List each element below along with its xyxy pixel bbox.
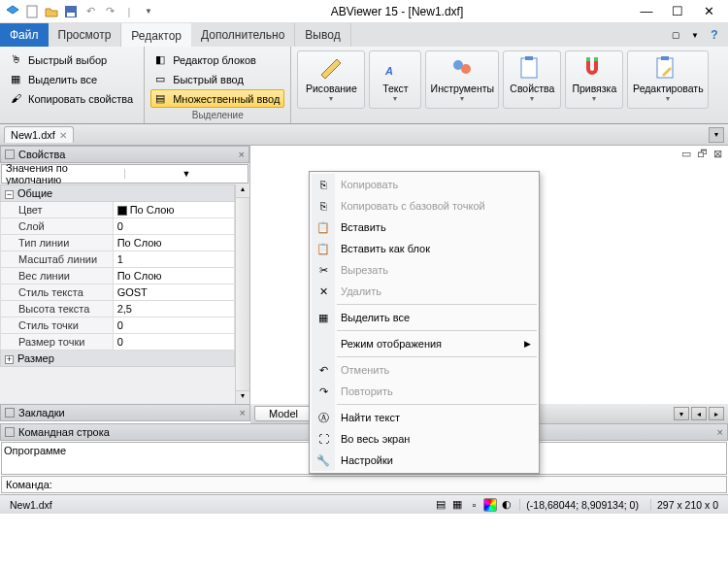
svg-rect-10 (594, 57, 598, 61)
nav-dropdown-icon[interactable]: ▾ (674, 407, 689, 420)
prop-lineweight[interactable]: Вес линииПо Слою (1, 268, 235, 284)
commandline-close-icon[interactable]: × (717, 426, 723, 438)
command-input[interactable] (56, 479, 726, 490)
status-coords: (-18,68044; 8,909134; 0) (519, 499, 645, 511)
multi-input-button[interactable]: ▤Множественный ввод (150, 89, 284, 108)
menu-editor[interactable]: Редактор (121, 23, 191, 47)
props-button[interactable]: Свойства▾ (503, 50, 561, 109)
properties-selector-combo[interactable]: Значения по умолчанию ▼ (1, 164, 248, 184)
prop-linescale[interactable]: Масштаб линии1 (1, 251, 235, 268)
tab-dropdown-button[interactable]: ▾ (709, 127, 724, 143)
redo-icon[interactable]: ↷ (101, 3, 118, 20)
ctx-undo[interactable]: ↶Отменить (312, 359, 537, 381)
ctx-delete[interactable]: ✕Удалить (312, 281, 537, 302)
ctx-copy[interactable]: ⎘Копировать (312, 174, 537, 195)
status-dot-icon[interactable]: ◐ (500, 498, 513, 512)
canvas-restore-icon[interactable]: ▭ (679, 148, 693, 160)
expand-icon[interactable]: + (5, 355, 14, 364)
paste-block-icon: 📋 (314, 241, 333, 256)
svg-marker-0 (7, 6, 18, 14)
menu-output[interactable]: Вывод (295, 23, 350, 47)
status-snap-icon[interactable]: ▫ (467, 498, 480, 512)
nav-prev-icon[interactable]: ◂ (691, 407, 707, 420)
magnet-icon (580, 55, 608, 81)
ctx-select-all[interactable]: ▦Выделить все (312, 307, 537, 328)
scroll-down-icon[interactable]: ▾ (236, 390, 249, 404)
ctx-settings[interactable]: 🔧Настройки (312, 450, 537, 471)
snap-button[interactable]: Привязка▾ (565, 50, 623, 109)
ctx-find-text[interactable]: ⒶНайти текст (312, 407, 537, 428)
svg-rect-1 (27, 6, 37, 17)
ctx-display-mode[interactable]: Режим отображения▶ (312, 333, 537, 354)
bookmarks-panel-header[interactable]: Закладки × (0, 404, 250, 421)
draw-button[interactable]: Рисование▾ (297, 50, 365, 109)
category-size[interactable]: +Размер (1, 351, 235, 367)
ctx-copy-base[interactable]: ⎘Копировать с базовой точкой (312, 195, 537, 217)
minimize-button[interactable]: ― (633, 2, 660, 21)
save-icon[interactable] (62, 3, 80, 20)
prop-textstyle[interactable]: Стиль текстаGOST (1, 284, 235, 301)
edit-button[interactable]: Редактировать▾ (627, 50, 709, 109)
properties-grid[interactable]: −Общие ЦветПо Слою Слой0 Тип линииПо Сло… (0, 184, 235, 404)
ribbon-min-icon[interactable]: ▢ (668, 27, 683, 43)
ctx-cut[interactable]: ✂Вырезать (312, 259, 537, 281)
cursor-select-icon: 🖰 (11, 53, 24, 67)
collapse-icon[interactable]: − (5, 190, 14, 199)
select-all-button[interactable]: ▦Выделить все (6, 70, 138, 88)
copy-icon: ⎘ (314, 177, 333, 192)
ctx-redo[interactable]: ↷Повторить (312, 381, 537, 402)
maximize-button[interactable]: ☐ (664, 2, 691, 21)
prop-color[interactable]: ЦветПо Слою (1, 202, 235, 218)
menu-extra[interactable]: Дополнительно (191, 23, 295, 47)
tools-button[interactable]: Инструменты▾ (425, 50, 499, 109)
command-prompt-label: Команда: (2, 479, 56, 490)
ctx-paste[interactable]: 📋Вставить (312, 217, 537, 238)
canvas-max-icon[interactable]: 🗗 (695, 148, 709, 160)
status-layers-icon[interactable]: ▤ (434, 498, 447, 512)
submenu-arrow-icon: ▶ (524, 339, 531, 349)
quick-select-button[interactable]: 🖰Быстрый выбор (6, 50, 138, 69)
close-tab-icon[interactable]: ✕ (59, 130, 67, 141)
help-icon[interactable]: ? (707, 27, 722, 43)
prop-textheight[interactable]: Высота текста2,5 (1, 301, 235, 317)
model-tab[interactable]: Model (254, 406, 313, 421)
new-icon[interactable] (23, 3, 41, 20)
command-input-row: Команда: (1, 476, 727, 493)
menu-file[interactable]: Файл (0, 23, 49, 47)
find-icon: Ⓐ (314, 410, 333, 425)
app-icon[interactable] (4, 3, 21, 20)
status-grid-icon[interactable]: ▦ (450, 498, 464, 512)
properties-scrollbar[interactable]: ▴ ▾ (235, 184, 249, 404)
quick-access-toolbar: ↶ ↷ | ▼ (0, 1, 161, 22)
quick-input-button[interactable]: ▭Быстрый ввод (150, 70, 284, 88)
block-editor-button[interactable]: ◧Редактор блоков (150, 50, 284, 69)
title-bar: ↶ ↷ | ▼ ABViewer 15 - [New1.dxf] ― ☐ ✕ (0, 0, 728, 23)
canvas-close-icon[interactable]: ⊠ (711, 148, 724, 160)
ribbon-dd-icon[interactable]: ▼ (687, 27, 703, 43)
prop-pointsize[interactable]: Размер точки0 (1, 334, 235, 351)
prop-layer[interactable]: Слой0 (1, 218, 235, 235)
scroll-up-icon[interactable]: ▴ (236, 184, 249, 198)
panel-icon (5, 150, 15, 159)
category-general[interactable]: −Общие (1, 185, 235, 202)
status-color-icon[interactable] (483, 498, 497, 512)
properties-close-icon[interactable]: × (239, 149, 245, 160)
combo-arrow-icon[interactable]: ▼ (124, 169, 248, 179)
bookmarks-close-icon[interactable]: × (240, 407, 246, 418)
text-button[interactable]: AТекст▾ (369, 50, 421, 109)
prop-linetype[interactable]: Тип линииПо Слою (1, 235, 235, 251)
delete-icon: ✕ (314, 284, 333, 299)
prop-pointstyle[interactable]: Стиль точки0 (1, 317, 235, 334)
document-tab-strip: New1.dxf ✕ ▾ (0, 124, 728, 146)
undo-icon[interactable]: ↶ (82, 3, 99, 20)
ctx-paste-block[interactable]: 📋Вставить как блок (312, 238, 537, 259)
ctx-fullscreen[interactable]: ⛶Во весь экран (312, 428, 537, 450)
copy-props-button[interactable]: 🖌Копировать свойства (6, 89, 138, 108)
properties-panel-header[interactable]: Свойства × (0, 146, 249, 163)
document-tab[interactable]: New1.dxf ✕ (4, 126, 74, 143)
qat-dropdown-icon[interactable]: ▼ (140, 3, 157, 20)
nav-next-icon[interactable]: ▸ (709, 407, 724, 420)
open-icon[interactable] (43, 3, 60, 20)
menu-view[interactable]: Просмотр (49, 23, 122, 47)
close-button[interactable]: ✕ (695, 2, 722, 21)
